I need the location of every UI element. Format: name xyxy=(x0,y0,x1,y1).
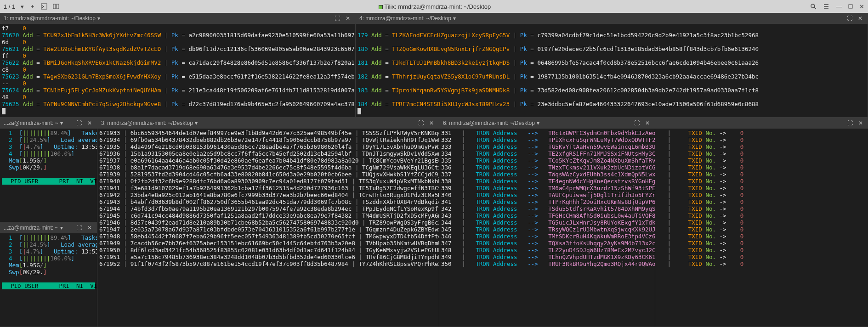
pane-header: 4: mmdrza@mmdrza-mint: ~/Desktop ▾ ⛶ ✕ xyxy=(356,13,868,24)
add-session-icon[interactable]: ＋ xyxy=(29,2,35,11)
maximize-pane-icon[interactable]: ⛶ xyxy=(846,120,854,126)
terminal-pane-6[interactable]: 6: mmdrza@mmdrza-mint: ~/Desktop ▾ ⛶ ✕ 3… xyxy=(439,118,655,327)
maximize-pane-icon[interactable]: ⛶ xyxy=(75,120,83,126)
pane-title: 3: mmdrza@mmdrza-mint: ~/Desktop xyxy=(101,120,193,126)
close-pane-icon[interactable]: ✕ xyxy=(644,120,651,126)
search-icon[interactable] xyxy=(810,3,817,10)
pane-title: ...za@mmdrza-mint: ~ xyxy=(4,225,58,231)
terminal-pane-3[interactable]: 3: mmdrza@mmdrza-mint: ~/Desktop ▾ ⛶ ✕ 6… xyxy=(97,118,439,327)
pane-header: ...za@mmdrza-mint: ~ ▾ ⛶ ✕ xyxy=(0,118,97,129)
chevron-down-icon[interactable]: ▾ xyxy=(537,120,539,126)
sync-input-icon[interactable] xyxy=(53,3,59,10)
maximize-pane-icon[interactable]: ⛶ xyxy=(845,15,854,22)
pane-title: 1: mmdrza@mmdrza-mint: ~/Desktop xyxy=(4,15,96,22)
svg-line-4 xyxy=(814,7,816,9)
terminal-cursor xyxy=(357,108,361,114)
pane-header: ⛶ ✕ xyxy=(655,118,868,129)
maximize-icon[interactable] xyxy=(848,4,853,9)
maximize-pane-icon[interactable]: ⛶ xyxy=(417,120,425,126)
chevron-down-icon[interactable]: ▾ xyxy=(21,3,24,10)
pane-title: ...za@mmdrza-mint: ~ xyxy=(4,120,58,126)
close-pane-icon[interactable]: ✕ xyxy=(857,15,864,22)
new-terminal-icon[interactable] xyxy=(41,3,47,10)
minimize-icon[interactable]: — xyxy=(836,3,842,10)
terminal-pane-7[interactable]: ⛶ ✕ | TXID No. -> 0 | TXID No. -> 0 | TX… xyxy=(655,118,868,327)
svg-rect-0 xyxy=(41,4,47,9)
menu-icon[interactable] xyxy=(823,3,829,10)
pane-title: 6: mmdrza@mmdrza-mint: ~/Desktop xyxy=(443,120,535,126)
svg-rect-1 xyxy=(53,4,56,9)
close-icon[interactable]: ✕ xyxy=(859,3,864,10)
svg-rect-2 xyxy=(57,4,59,9)
close-pane-icon[interactable]: ✕ xyxy=(86,225,93,231)
htop-header: PID USER PRI NI VIRT xyxy=(2,178,95,185)
close-pane-icon[interactable]: ✕ xyxy=(344,15,352,22)
pane-header: 1: mmdrza@mmdrza-mint: ~/Desktop ▾ ⛶ ✕ xyxy=(0,13,355,24)
terminal-pane-2[interactable]: ...za@mmdrza-mint: ~ ▾ ⛶ ✕ 1 [||||||||89… xyxy=(0,118,97,222)
chevron-down-icon[interactable]: ▾ xyxy=(453,15,456,22)
close-pane-icon[interactable]: ✕ xyxy=(857,120,864,126)
terminal-cursor xyxy=(2,108,6,114)
terminal-pane-4[interactable]: 4: mmdrza@mmdrza-mint: ~/Desktop ▾ ⛶ ✕ 1… xyxy=(356,13,868,118)
chevron-down-icon[interactable]: ▾ xyxy=(97,15,100,22)
close-pane-icon[interactable]: ✕ xyxy=(86,120,93,126)
pane-header: ...za@mmdrza-mint: ~ ▾ ⛶ ✕ xyxy=(0,222,97,233)
svg-point-3 xyxy=(811,4,815,8)
close-pane-icon[interactable]: ✕ xyxy=(428,120,435,126)
maximize-pane-icon[interactable]: ⛶ xyxy=(333,15,341,22)
session-counter: 1 / 1 xyxy=(4,3,15,10)
pane-header: 6: mmdrza@mmdrza-mint: ~/Desktop ▾ ⛶ ✕ xyxy=(439,118,655,129)
maximize-pane-icon[interactable]: ⛶ xyxy=(75,225,83,231)
terminal-pane-5[interactable]: ...za@mmdrza-mint: ~ ▾ ⛶ ✕ 1 [||||||||89… xyxy=(0,222,97,327)
window-title: Tilix: mmdrza@mmdrza-mint: ~/Desktop xyxy=(384,3,491,10)
maximize-pane-icon[interactable]: ⛶ xyxy=(633,120,641,126)
svg-rect-8 xyxy=(849,5,852,8)
chevron-down-icon[interactable]: ▾ xyxy=(195,120,198,126)
pane-title: 4: mmdrza@mmdrza-mint: ~/Desktop xyxy=(359,15,451,22)
window-titlebar: 1 / 1 ▾ ＋ Tilix: mmdrza@mmdrza-mint: ~/D… xyxy=(0,0,868,13)
htop-header: PID USER PRI NI VIRT xyxy=(2,282,95,289)
terminal-pane-1[interactable]: 1: mmdrza@mmdrza-mint: ~/Desktop ▾ ⛶ ✕ f… xyxy=(0,13,356,118)
chevron-down-icon[interactable]: ▾ xyxy=(60,225,63,231)
pane-header: 3: mmdrza@mmdrza-mint: ~/Desktop ▾ ⛶ ✕ xyxy=(97,118,439,129)
activity-indicator-icon xyxy=(379,5,383,9)
chevron-down-icon[interactable]: ▾ xyxy=(60,120,63,126)
